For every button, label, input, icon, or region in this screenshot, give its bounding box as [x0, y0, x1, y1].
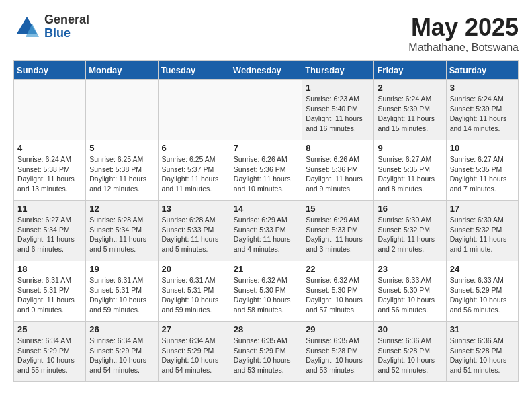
day-info: Sunrise: 6:34 AMSunset: 5:29 PMDaylight:… — [162, 336, 226, 375]
calendar-cell: 16Sunrise: 6:30 AMSunset: 5:32 PMDayligh… — [374, 201, 446, 261]
day-info: Sunrise: 6:25 AMSunset: 5:38 PMDaylight:… — [89, 154, 154, 194]
day-info: Sunrise: 6:33 AMSunset: 5:30 PMDaylight:… — [378, 275, 442, 315]
logo-general-text: General — [44, 13, 89, 27]
day-info: Sunrise: 6:29 AMSunset: 5:33 PMDaylight:… — [234, 215, 298, 255]
weekday-header-friday: Friday — [374, 61, 446, 80]
calendar-cell: 26Sunrise: 6:34 AMSunset: 5:29 PMDayligh… — [86, 322, 158, 382]
calendar-cell: 2Sunrise: 6:24 AMSunset: 5:39 PMDaylight… — [374, 80, 446, 140]
calendar-cell: 13Sunrise: 6:28 AMSunset: 5:33 PMDayligh… — [158, 201, 230, 261]
calendar-cell: 6Sunrise: 6:25 AMSunset: 5:37 PMDaylight… — [158, 140, 230, 201]
day-number: 25 — [17, 324, 82, 334]
calendar-cell — [14, 80, 86, 140]
day-number: 12 — [89, 203, 154, 214]
weekday-header-monday: Monday — [86, 61, 158, 80]
day-info: Sunrise: 6:32 AMSunset: 5:30 PMDaylight:… — [306, 275, 370, 315]
day-number: 29 — [306, 324, 370, 334]
weekday-header-thursday: Thursday — [302, 61, 374, 80]
calendar-cell: 9Sunrise: 6:27 AMSunset: 5:35 PMDaylight… — [374, 140, 446, 201]
calendar-cell: 29Sunrise: 6:35 AMSunset: 5:28 PMDayligh… — [302, 322, 374, 382]
day-number: 14 — [234, 203, 298, 214]
day-info: Sunrise: 6:24 AMSunset: 5:39 PMDaylight:… — [378, 94, 442, 134]
day-number: 31 — [450, 324, 515, 334]
day-number: 26 — [89, 324, 154, 334]
calendar-cell: 15Sunrise: 6:29 AMSunset: 5:33 PMDayligh… — [302, 201, 374, 261]
day-number: 15 — [306, 203, 370, 214]
day-info: Sunrise: 6:23 AMSunset: 5:40 PMDaylight:… — [306, 94, 370, 134]
day-info: Sunrise: 6:35 AMSunset: 5:28 PMDaylight:… — [306, 336, 370, 375]
logo-icon — [13, 13, 40, 40]
calendar-week-row: 25Sunrise: 6:34 AMSunset: 5:29 PMDayligh… — [14, 322, 519, 382]
calendar-cell: 20Sunrise: 6:31 AMSunset: 5:31 PMDayligh… — [158, 261, 230, 322]
day-info: Sunrise: 6:36 AMSunset: 5:28 PMDaylight:… — [450, 336, 515, 375]
calendar-cell: 17Sunrise: 6:30 AMSunset: 5:32 PMDayligh… — [446, 201, 518, 261]
logo-text: General Blue — [44, 13, 89, 40]
day-info: Sunrise: 6:30 AMSunset: 5:32 PMDaylight:… — [450, 215, 515, 255]
day-info: Sunrise: 6:27 AMSunset: 5:35 PMDaylight:… — [378, 154, 442, 194]
logo: General Blue — [13, 13, 89, 40]
day-info: Sunrise: 6:35 AMSunset: 5:29 PMDaylight:… — [234, 336, 298, 375]
calendar-cell: 11Sunrise: 6:27 AMSunset: 5:34 PMDayligh… — [14, 201, 86, 261]
page-header: General Blue May 2025 Mathathane, Botswa… — [13, 13, 519, 54]
day-info: Sunrise: 6:26 AMSunset: 5:36 PMDaylight:… — [234, 154, 298, 194]
day-info: Sunrise: 6:31 AMSunset: 5:31 PMDaylight:… — [17, 275, 82, 315]
day-number: 10 — [450, 143, 515, 153]
weekday-header-saturday: Saturday — [446, 61, 518, 80]
day-number: 18 — [17, 264, 82, 274]
day-number: 3 — [450, 83, 515, 93]
day-number: 2 — [378, 83, 442, 93]
location-title: Mathathane, Botswana — [408, 42, 519, 54]
calendar-cell — [158, 80, 230, 140]
calendar-cell: 8Sunrise: 6:26 AMSunset: 5:36 PMDaylight… — [302, 140, 374, 201]
day-number: 8 — [306, 143, 370, 153]
calendar-cell: 30Sunrise: 6:36 AMSunset: 5:28 PMDayligh… — [374, 322, 446, 382]
day-number: 1 — [306, 83, 370, 93]
day-info: Sunrise: 6:28 AMSunset: 5:33 PMDaylight:… — [162, 215, 226, 255]
day-number: 4 — [17, 143, 82, 153]
day-number: 6 — [162, 143, 226, 153]
calendar-week-row: 4Sunrise: 6:24 AMSunset: 5:38 PMDaylight… — [14, 140, 519, 201]
calendar-cell — [230, 80, 302, 140]
calendar-cell: 1Sunrise: 6:23 AMSunset: 5:40 PMDaylight… — [302, 80, 374, 140]
day-number: 5 — [89, 143, 154, 153]
logo-blue-text: Blue — [44, 27, 89, 40]
calendar-cell: 27Sunrise: 6:34 AMSunset: 5:29 PMDayligh… — [158, 322, 230, 382]
calendar-table: SundayMondayTuesdayWednesdayThursdayFrid… — [13, 60, 519, 382]
day-info: Sunrise: 6:30 AMSunset: 5:32 PMDaylight:… — [378, 215, 442, 255]
day-number: 7 — [234, 143, 298, 153]
calendar-cell: 21Sunrise: 6:32 AMSunset: 5:30 PMDayligh… — [230, 261, 302, 322]
calendar-cell — [86, 80, 158, 140]
day-number: 13 — [162, 203, 226, 214]
calendar-cell: 28Sunrise: 6:35 AMSunset: 5:29 PMDayligh… — [230, 322, 302, 382]
calendar-cell: 25Sunrise: 6:34 AMSunset: 5:29 PMDayligh… — [14, 322, 86, 382]
calendar-week-row: 18Sunrise: 6:31 AMSunset: 5:31 PMDayligh… — [14, 261, 519, 322]
day-number: 28 — [234, 324, 298, 334]
weekday-header-wednesday: Wednesday — [230, 61, 302, 80]
day-number: 11 — [17, 203, 82, 214]
day-info: Sunrise: 6:27 AMSunset: 5:34 PMDaylight:… — [17, 215, 82, 255]
calendar-cell: 3Sunrise: 6:24 AMSunset: 5:39 PMDaylight… — [446, 80, 518, 140]
day-info: Sunrise: 6:33 AMSunset: 5:29 PMDaylight:… — [450, 275, 515, 315]
day-info: Sunrise: 6:27 AMSunset: 5:35 PMDaylight:… — [450, 154, 515, 194]
calendar-week-row: 11Sunrise: 6:27 AMSunset: 5:34 PMDayligh… — [14, 201, 519, 261]
day-info: Sunrise: 6:28 AMSunset: 5:34 PMDaylight:… — [89, 215, 154, 255]
day-number: 30 — [378, 324, 442, 334]
day-info: Sunrise: 6:32 AMSunset: 5:30 PMDaylight:… — [234, 275, 298, 315]
day-number: 20 — [162, 264, 226, 274]
day-number: 24 — [450, 264, 515, 274]
calendar-cell: 4Sunrise: 6:24 AMSunset: 5:38 PMDaylight… — [14, 140, 86, 201]
calendar-cell: 10Sunrise: 6:27 AMSunset: 5:35 PMDayligh… — [446, 140, 518, 201]
day-number: 19 — [89, 264, 154, 274]
day-info: Sunrise: 6:31 AMSunset: 5:31 PMDaylight:… — [162, 275, 226, 315]
calendar-cell: 14Sunrise: 6:29 AMSunset: 5:33 PMDayligh… — [230, 201, 302, 261]
day-number: 17 — [450, 203, 515, 214]
day-number: 16 — [378, 203, 442, 214]
weekday-header-tuesday: Tuesday — [158, 61, 230, 80]
month-title: May 2025 — [408, 13, 519, 42]
day-info: Sunrise: 6:29 AMSunset: 5:33 PMDaylight:… — [306, 215, 370, 255]
calendar-cell: 23Sunrise: 6:33 AMSunset: 5:30 PMDayligh… — [374, 261, 446, 322]
weekday-header-row: SundayMondayTuesdayWednesdayThursdayFrid… — [14, 61, 519, 80]
day-info: Sunrise: 6:24 AMSunset: 5:39 PMDaylight:… — [450, 94, 515, 134]
day-number: 27 — [162, 324, 226, 334]
day-info: Sunrise: 6:24 AMSunset: 5:38 PMDaylight:… — [17, 154, 82, 194]
day-number: 23 — [378, 264, 442, 274]
